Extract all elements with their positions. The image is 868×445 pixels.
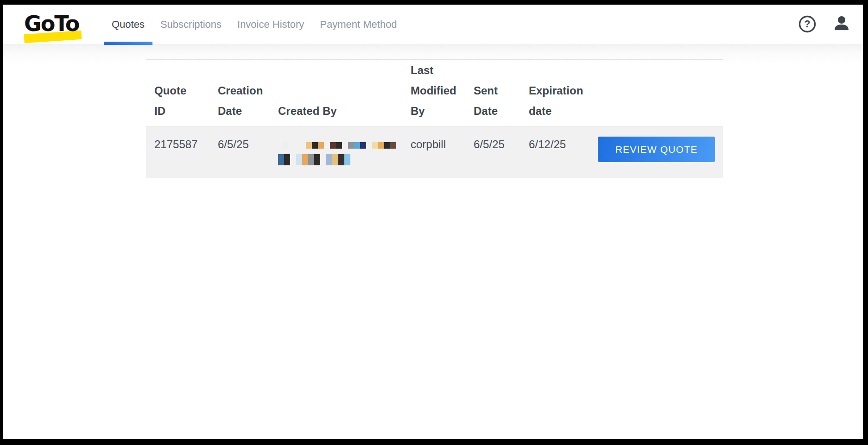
cell-expiration-date: 6/12/25 (529, 138, 584, 151)
tab-invoice-history[interactable]: Invoice History (229, 5, 312, 44)
account-button[interactable] (831, 14, 852, 35)
nav-icon-group: ? (797, 5, 863, 44)
user-icon (832, 15, 851, 35)
tab-quotes[interactable]: Quotes (104, 5, 152, 44)
cell-creation-date: 6/5/25 (218, 138, 262, 151)
page: GoTo Quotes Subscriptions Invoice Histor… (3, 5, 863, 439)
cell-quote-id: 2175587 (154, 138, 194, 151)
col-header-sent-date: Sent Date (474, 81, 518, 121)
review-quote-button[interactable]: REVIEW QUOTE (598, 137, 715, 162)
svg-text:?: ? (804, 18, 810, 30)
col-header-expiration-date: Expiration date (529, 81, 584, 121)
tab-subscriptions[interactable]: Subscriptions (152, 5, 229, 44)
main-content: Quote ID Creation Date Created By Last M… (3, 45, 863, 439)
redacted-text-line-2 (278, 154, 396, 165)
help-button[interactable]: ? (797, 14, 817, 35)
col-header-created-by: Created By (278, 101, 396, 121)
nav-tabs: Quotes Subscriptions Invoice History Pay… (104, 5, 405, 44)
cell-created-by-redacted (278, 138, 396, 165)
top-nav: GoTo Quotes Subscriptions Invoice Histor… (3, 5, 863, 45)
cell-sent-date: 6/5/25 (474, 138, 518, 151)
col-header-last-modified-by: Last Modified By (411, 60, 461, 121)
help-icon: ? (798, 15, 817, 35)
cell-actions: REVIEW QUOTE (584, 138, 723, 162)
col-header-quote-id: Quote ID (154, 81, 194, 121)
cell-last-modified-by: corpbill (411, 138, 461, 151)
quote-row: 2175587 6/5/25 corpbill 6/5/25 6/12/25 R… (146, 126, 723, 178)
goto-logo-text: GoTo (24, 11, 85, 36)
redacted-text-line-1 (282, 142, 396, 149)
tab-payment-method[interactable]: Payment Method (312, 5, 405, 44)
quotes-table: Quote ID Creation Date Created By Last M… (146, 45, 723, 178)
col-header-creation-date: Creation Date (218, 81, 262, 121)
goto-logo[interactable]: GoTo (24, 11, 85, 41)
quotes-table-header: Quote ID Creation Date Created By Last M… (146, 59, 723, 126)
